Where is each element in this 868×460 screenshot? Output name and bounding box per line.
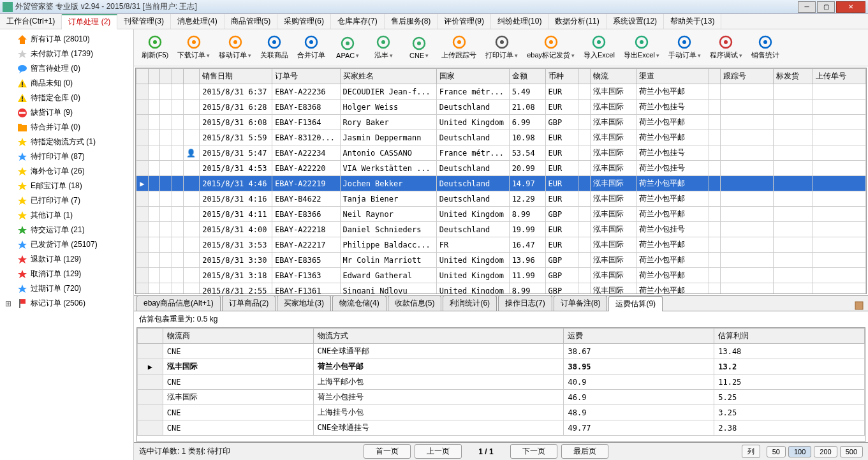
grid-header[interactable]: 标发货: [774, 69, 813, 84]
grid-header[interactable]: 买家姓名: [340, 69, 436, 84]
menu-tab[interactable]: 售后服务(8): [385, 14, 438, 29]
detail-tab[interactable]: 买家地址(3): [277, 295, 331, 311]
estimate-grid-wrap[interactable]: 物流商物流方式运费估算利润CNECNE全球通平邮38.6713.48▶泓丰国际荷…: [136, 327, 865, 442]
detail-tab[interactable]: 运费估算(9): [608, 296, 663, 311]
book-icon[interactable]: [854, 300, 864, 311]
table-row[interactable]: 2015/8/31 3:30EBAY-E8365Mr Colin Marriot…: [136, 253, 866, 268]
toolbar-chart-button[interactable]: 销售统计: [747, 34, 783, 61]
toolbar-upload-button[interactable]: 上传跟踪号: [438, 34, 480, 61]
menu-tab[interactable]: 商品管理(5): [224, 14, 278, 29]
grid-header[interactable]: 币种: [545, 69, 578, 84]
table-row[interactable]: 2015/8/31 6:08EBAY-F1364Rory BakerUnited…: [136, 115, 866, 130]
last-page-button[interactable]: 最后页: [561, 444, 608, 459]
detail-tab[interactable]: 订单商品(2): [222, 295, 276, 311]
page-size-button[interactable]: 100: [788, 446, 811, 457]
grid-header[interactable]: [578, 69, 591, 84]
sidebar-item[interactable]: 取消订单 (129): [3, 267, 131, 281]
sidebar-item[interactable]: 已发货订单 (25107): [3, 237, 131, 252]
table-row[interactable]: CNE上海平邮小包40.911.25: [138, 375, 865, 390]
table-row[interactable]: 2015/8/31 2:55EBAY-F1361Singani NdlovuUn…: [136, 283, 866, 295]
detail-tab[interactable]: 订单备注(8): [554, 295, 608, 311]
menu-tab[interactable]: 评价管理(9): [438, 14, 491, 29]
table-row[interactable]: 2015/8/31 6:37EBAY-A22236DECOUDIER Jean-…: [136, 84, 866, 100]
toolbar-excel-button[interactable]: 导出Excel▾: [620, 34, 663, 61]
toolbar-hand-button[interactable]: 手动订单▾: [665, 34, 705, 61]
grid-header[interactable]: 订单号: [272, 69, 340, 84]
menu-tab[interactable]: 系统设置(12): [607, 14, 664, 29]
toolbar-globe-button[interactable]: CNE▾: [402, 35, 436, 61]
grid-header[interactable]: 国家: [436, 69, 509, 84]
detail-tab[interactable]: 操作日志(7): [498, 295, 552, 311]
menu-tab[interactable]: 帮助关于(13): [664, 14, 721, 29]
table-row[interactable]: 泓丰国际荷兰小包挂号46.95.25: [138, 390, 865, 405]
table-row[interactable]: 2015/8/31 3:18EBAY-F1363Edward GatheralU…: [136, 268, 866, 283]
est-header[interactable]: 运费: [564, 329, 714, 344]
sidebar-item[interactable]: 待打印订单 (87): [3, 149, 131, 164]
table-row[interactable]: 👤2015/8/31 5:47EBAY-A22234Antonio CASSAN…: [136, 145, 866, 161]
est-header[interactable]: [138, 329, 163, 344]
table-row[interactable]: 2015/8/31 3:53EBAY-A22217Philippe Baldac…: [136, 237, 866, 253]
est-header[interactable]: 估算利润: [714, 329, 865, 344]
toolbar-move-button[interactable]: 移动订单▾: [215, 34, 255, 61]
grid-header[interactable]: 物流: [590, 69, 636, 84]
detail-tab[interactable]: ebay商品信息(Alt+1): [136, 295, 221, 311]
page-size-button[interactable]: 200: [814, 446, 837, 457]
close-button[interactable]: ✕: [836, 1, 865, 13]
table-row[interactable]: 2015/8/31 6:28EBAY-E8368Holger WeissDeut…: [136, 100, 866, 115]
sidebar-item[interactable]: 待指定仓库 (0): [3, 91, 131, 105]
sidebar-item[interactable]: 待交运订单 (21): [3, 223, 131, 237]
grid-header[interactable]: [709, 69, 721, 84]
minimize-button[interactable]: ─: [798, 1, 816, 13]
toolbar-globe-button[interactable]: 泓丰▾: [366, 34, 401, 61]
page-size-button[interactable]: 500: [840, 446, 863, 457]
menu-tab[interactable]: 仓库库存(7): [331, 14, 385, 29]
menu-tab[interactable]: 纠纷处理(10): [491, 14, 548, 29]
sidebar-item[interactable]: E邮宝订单 (18): [3, 179, 131, 193]
toolbar-merge-button[interactable]: 合并订单: [293, 34, 329, 61]
toolbar-globe-button[interactable]: APAC▾: [330, 35, 365, 61]
page-size-button[interactable]: 50: [767, 446, 786, 457]
toolbar-gear-button[interactable]: 程序调试▾: [706, 34, 746, 61]
menu-tab[interactable]: 采购管理(6): [277, 14, 331, 29]
next-page-button[interactable]: 下一页: [510, 444, 557, 459]
menu-tab[interactable]: 工作台(Ctrl+1): [0, 14, 62, 29]
table-row[interactable]: 2015/8/31 5:59EBAY-83120...Jasmin Depper…: [136, 130, 866, 145]
sidebar-item[interactable]: 已打印订单 (7): [3, 193, 131, 208]
sidebar-item[interactable]: 海外仓订单 (26): [3, 164, 131, 179]
table-row[interactable]: 2015/8/31 4:11EBAY-E8366Neil RaynorUnite…: [136, 207, 866, 222]
sidebar-item[interactable]: 待合并订单 (0): [3, 120, 131, 135]
est-header[interactable]: 物流商: [163, 329, 313, 344]
grid-header[interactable]: [148, 69, 160, 84]
grid-header[interactable]: 渠道: [636, 69, 709, 84]
sidebar-item[interactable]: 退款订单 (129): [3, 252, 131, 267]
prev-page-button[interactable]: 上一页: [415, 444, 462, 459]
detail-tab[interactable]: 收款信息(5): [388, 295, 442, 311]
sidebar-item[interactable]: 过期订单 (720): [3, 281, 131, 296]
detail-tab[interactable]: 利润统计(6): [443, 295, 497, 311]
est-header[interactable]: 物流方式: [313, 329, 564, 344]
detail-tab[interactable]: 物流仓储(4): [332, 295, 386, 311]
toolbar-link-button[interactable]: 关联商品: [256, 34, 292, 61]
toolbar-refresh-button[interactable]: 刷新(F5): [138, 34, 172, 61]
toolbar-print-button[interactable]: 打印订单▾: [482, 34, 522, 61]
order-grid-wrap[interactable]: 销售日期订单号买家姓名国家金额币种物流渠道跟踪号标发货上传单号2015/8/31…: [135, 68, 867, 294]
grid-header[interactable]: 跟踪号: [721, 69, 774, 84]
table-row[interactable]: CNE上海挂号小包48.93.25: [138, 405, 865, 420]
table-row[interactable]: 2015/8/31 4:00EBAY-A22218Daniel Schniede…: [136, 222, 866, 237]
sidebar-item[interactable]: 留言待处理 (0): [3, 61, 131, 76]
grid-header[interactable]: [136, 69, 149, 84]
menu-tab[interactable]: 刊登管理(3): [117, 14, 171, 29]
toolbar-excel-button[interactable]: 导入Excel: [580, 34, 619, 61]
menu-tab[interactable]: 消息处理(4): [171, 14, 224, 29]
grid-header[interactable]: [184, 69, 200, 84]
sidebar-item[interactable]: 缺货订单 (9): [3, 105, 131, 120]
sidebar-item[interactable]: 所有订单 (28010): [3, 32, 131, 47]
grid-header[interactable]: 上传单号: [813, 69, 866, 84]
table-row[interactable]: CNECNE全球通挂号49.772.38: [138, 420, 865, 436]
sidebar-item[interactable]: 未付款订单 (1739): [3, 47, 131, 61]
table-row[interactable]: ▶2015/8/31 4:46EBAY-A22219Jochen BekkerD…: [136, 176, 866, 191]
list-columns-button[interactable]: 列: [742, 445, 760, 458]
grid-header[interactable]: [160, 69, 172, 84]
grid-header[interactable]: [172, 69, 184, 84]
menu-tab[interactable]: 数据分析(11): [548, 14, 606, 29]
